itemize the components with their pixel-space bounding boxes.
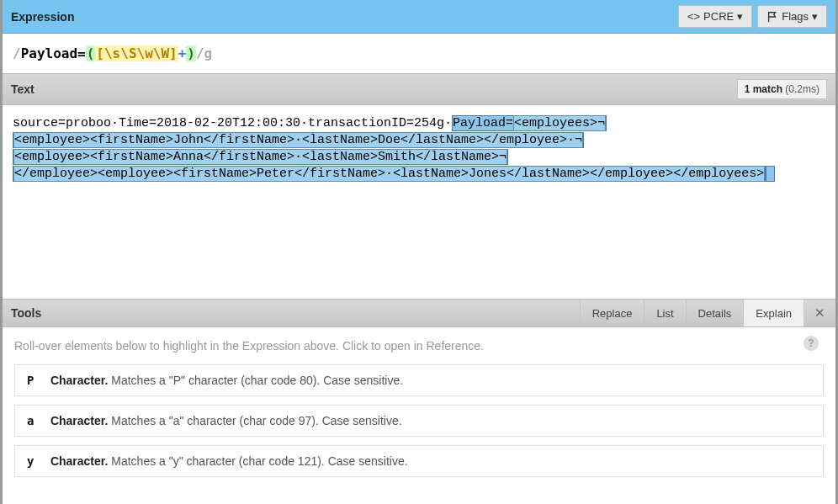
- explain-char: y: [27, 454, 47, 468]
- match-literal-part: Payload=: [453, 116, 513, 130]
- tools-title: Tools: [11, 306, 580, 320]
- caret-down-icon: ▾: [812, 10, 818, 23]
- pcre-label: PCRE: [703, 10, 734, 23]
- capture-group-highlight: <employee><firstName>John</firstName>·<l…: [13, 132, 583, 148]
- expression-header: Expression <> PCRE ▾ Flags ▾: [3, 0, 835, 34]
- regex-group-open: (: [86, 45, 96, 61]
- caret-down-icon: ▾: [737, 10, 743, 23]
- close-tools-button[interactable]: ✕: [804, 300, 835, 326]
- match-highlight: Payload=<employees>¬: [452, 115, 607, 131]
- tab-details[interactable]: Details: [686, 300, 744, 326]
- capture-group-highlight: <employee><firstName>Anna</firstName>·<l…: [13, 149, 507, 165]
- match-highlight: <employee><firstName>John</firstName>·<l…: [13, 132, 584, 148]
- explain-char: a: [27, 414, 47, 427]
- match-count-box: 1 match (0.2ms): [737, 79, 827, 99]
- regex-delim-open: /: [13, 45, 21, 61]
- text-title: Text: [11, 82, 737, 96]
- flags-label: Flags: [782, 10, 809, 23]
- flags-button[interactable]: Flags ▾: [757, 5, 827, 28]
- help-icon[interactable]: ?: [804, 336, 819, 351]
- text-input[interactable]: source=proboo·Time=2018-02-20T12:00:30·t…: [3, 105, 835, 299]
- tools-header: Tools Replace List Details Explain ✕: [3, 299, 835, 327]
- expression-input[interactable]: /Payload=([\s\S\w\W]+)/g: [3, 34, 835, 73]
- explain-label: Character.: [50, 374, 108, 387]
- explain-desc: Matches a "P" character (char code 80). …: [108, 374, 403, 387]
- expression-title: Expression: [11, 10, 673, 24]
- explain-row[interactable]: P Character. Matches a "P" character (ch…: [14, 364, 824, 396]
- capture-group-highlight: </employee><employee><firstName>Peter</f…: [13, 166, 765, 182]
- capture-group-highlight: <employees>¬: [513, 115, 606, 131]
- explain-help-text: Roll-over elements below to highlight in…: [14, 339, 824, 353]
- explain-char: P: [27, 374, 47, 387]
- regex-flags: g: [204, 45, 213, 61]
- code-icon: <>: [687, 10, 700, 23]
- explain-desc: Matches a "y" character (char code 121).…: [108, 454, 407, 468]
- explain-row[interactable]: a Character. Matches a "a" character (ch…: [14, 405, 824, 437]
- explain-row[interactable]: y Character. Matches a "y" character (ch…: [14, 445, 824, 477]
- text-header: Text 1 match (0.2ms): [3, 73, 835, 105]
- match-highlight-caret: [766, 166, 775, 182]
- match-count: 1 match: [745, 83, 782, 95]
- tab-replace[interactable]: Replace: [580, 300, 644, 326]
- regex-literal: Payload=: [21, 45, 86, 61]
- regex-group-close: ): [186, 45, 196, 61]
- match-time: (0.2ms): [785, 83, 819, 95]
- regex-quantifier: +: [178, 45, 187, 61]
- regex-char-class: [\s\S\w\W]: [95, 45, 178, 61]
- regex-delim-close: /: [196, 45, 204, 61]
- match-highlight: <employee><firstName>Anna</firstName>·<l…: [13, 149, 508, 165]
- explain-label: Character.: [50, 454, 108, 468]
- tools-body: ? Roll-over elements below to highlight …: [3, 327, 835, 504]
- explain-desc: Matches a "a" character (char code 97). …: [108, 414, 401, 427]
- match-highlight: </employee><employee><firstName>Peter</f…: [13, 166, 766, 182]
- flag-icon: [766, 11, 778, 23]
- tab-explain[interactable]: Explain: [743, 300, 804, 326]
- explain-label: Character.: [50, 414, 108, 427]
- text-unmatched: source=proboo·Time=2018-02-20T12:00:30·t…: [13, 116, 452, 130]
- pcre-button[interactable]: <> PCRE ▾: [678, 5, 752, 28]
- tab-list[interactable]: List: [644, 300, 685, 326]
